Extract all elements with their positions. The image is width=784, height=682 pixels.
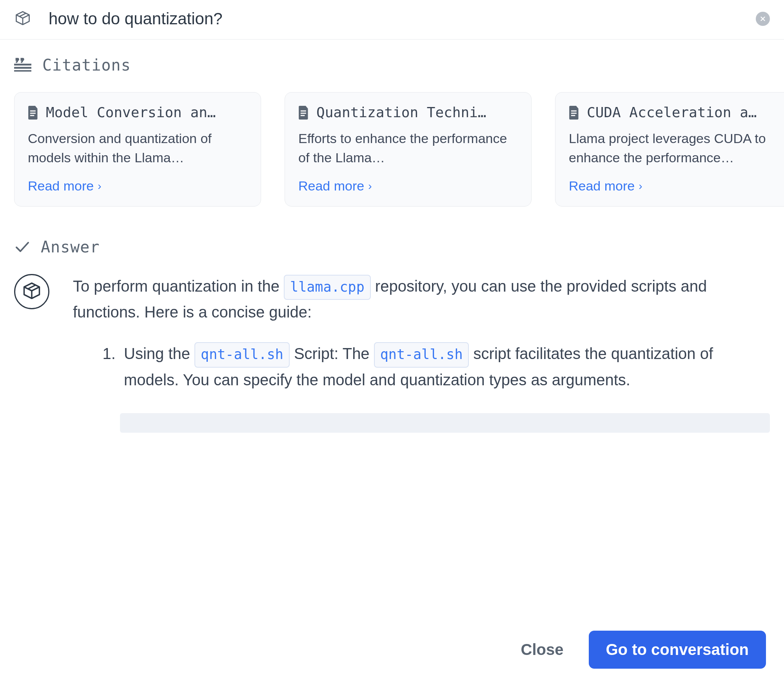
close-icon[interactable]	[756, 12, 770, 26]
text: To perform quantization in the	[73, 278, 284, 295]
list-item: Using the qnt-all.sh Script: The qnt-all…	[120, 341, 770, 392]
answer-heading-text: Answer	[41, 238, 100, 256]
document-icon	[298, 106, 309, 119]
citation-title: Quantization Techni…	[316, 104, 486, 120]
svg-rect-9	[571, 110, 577, 111]
citations-section: Citations	[0, 40, 784, 74]
svg-rect-11	[571, 115, 575, 116]
svg-rect-2	[14, 70, 31, 72]
query-text: how to do quantization?	[49, 9, 756, 28]
answer-intro: To perform quantization in the llama.cpp…	[73, 274, 770, 324]
svg-rect-8	[301, 115, 305, 116]
read-more-link[interactable]: Read more ›	[28, 178, 102, 194]
citation-card[interactable]: Quantization Techni… Efforts to enhance …	[285, 92, 532, 207]
citation-snippet: Conversion and quantization of models wi…	[28, 129, 247, 167]
svg-rect-7	[301, 112, 306, 114]
answer-section: Answer To perform quantization in the ll…	[0, 207, 784, 433]
chevron-right-icon: ›	[639, 180, 642, 192]
assistant-avatar	[14, 274, 49, 309]
citation-snippet: Llama project leverages CUDA to enhance …	[569, 129, 784, 167]
svg-rect-6	[301, 110, 306, 111]
read-more-label: Read more	[28, 178, 94, 194]
logo-icon	[14, 10, 31, 27]
close-button[interactable]: Close	[521, 641, 564, 658]
answer-body: To perform quantization in the llama.cpp…	[73, 274, 770, 433]
read-more-label: Read more	[569, 178, 635, 194]
document-icon	[569, 106, 580, 119]
read-more-link[interactable]: Read more ›	[569, 178, 642, 194]
check-icon	[14, 239, 30, 255]
footer-actions: Close Go to conversation	[521, 631, 766, 669]
citations-heading: Citations	[14, 56, 770, 74]
answer-content: To perform quantization in the llama.cpp…	[14, 274, 770, 433]
citation-snippet: Efforts to enhance the performance of th…	[298, 129, 518, 167]
code-chip: qnt-all.sh	[374, 342, 469, 367]
svg-rect-0	[14, 63, 31, 65]
go-to-conversation-button[interactable]: Go to conversation	[589, 631, 766, 669]
svg-rect-4	[30, 112, 36, 114]
citation-card[interactable]: Model Conversion an… Conversion and quan…	[14, 92, 261, 207]
svg-rect-3	[30, 110, 36, 111]
chevron-right-icon: ›	[98, 180, 101, 192]
chevron-right-icon: ›	[368, 180, 372, 192]
svg-rect-5	[30, 115, 34, 116]
citation-title: Model Conversion an…	[46, 104, 216, 120]
citation-title: CUDA Acceleration a…	[587, 104, 757, 120]
header-bar: how to do quantization?	[0, 0, 784, 40]
code-block	[120, 413, 770, 433]
svg-rect-10	[571, 112, 577, 114]
document-icon	[28, 106, 39, 119]
svg-rect-1	[14, 67, 31, 69]
text: Script: The	[290, 345, 374, 362]
citations-icon	[14, 57, 31, 73]
code-chip: llama.cpp	[284, 275, 371, 300]
read-more-link[interactable]: Read more ›	[298, 178, 372, 194]
code-chip: qnt-all.sh	[194, 342, 290, 367]
text: Using the	[124, 345, 194, 362]
answer-heading: Answer	[14, 238, 770, 256]
citations-row: Model Conversion an… Conversion and quan…	[0, 92, 784, 207]
citation-card[interactable]: CUDA Acceleration a… Llama project lever…	[555, 92, 784, 207]
read-more-label: Read more	[298, 178, 364, 194]
citations-heading-text: Citations	[42, 56, 131, 74]
answer-list: Using the qnt-all.sh Script: The qnt-all…	[73, 341, 770, 392]
